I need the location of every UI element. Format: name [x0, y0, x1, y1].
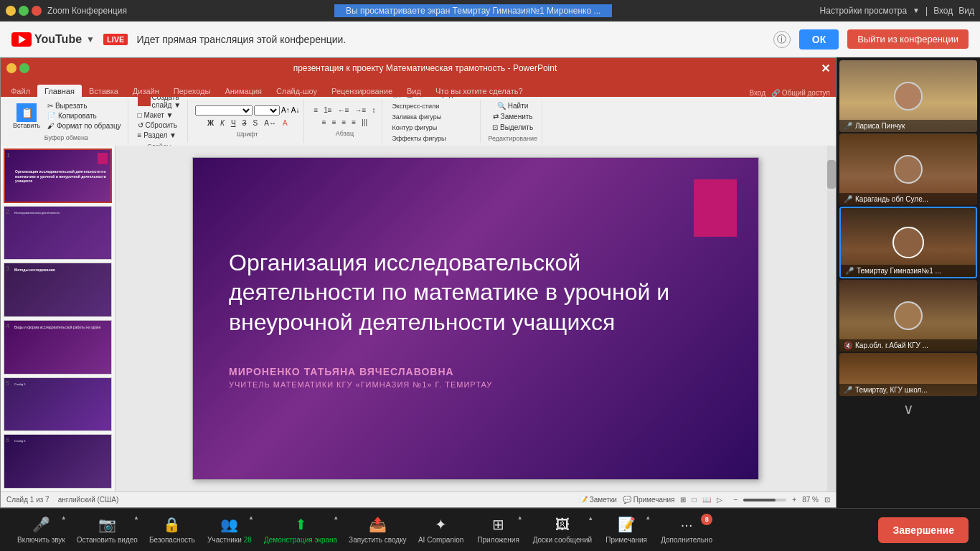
end-meeting-btn[interactable]: Завершение — [878, 517, 969, 543]
ppt-close-btn[interactable]: ✕ — [821, 62, 830, 75]
slide-thumb-1[interactable]: 1 Организация исследовательской деятельн… — [4, 149, 112, 203]
video-chevron[interactable]: ▲ — [133, 514, 139, 521]
participant-card-3[interactable]: 🎤 Темиртау Гимназия№1 ... — [839, 207, 977, 278]
font-family-select[interactable] — [195, 105, 253, 116]
numbering-btn[interactable]: 1≡ — [321, 105, 334, 115]
apps-btn[interactable]: ▲ ⊞ Приложения — [470, 512, 527, 548]
convert-smartart-btn[interactable]: ⟳ — [417, 97, 427, 100]
main-slide[interactable]: Организация исследовательской деятельнос… — [192, 157, 759, 480]
italic-btn[interactable]: К — [218, 118, 227, 128]
replace-btn[interactable]: ⇄ Заменить — [491, 112, 535, 121]
align-text-btn[interactable]: ⊞ — [405, 97, 415, 100]
text-direction-btn[interactable]: ↕A — [390, 97, 402, 100]
participant-card-1[interactable]: 🎤 Лариса Пинчук — [839, 60, 977, 132]
zoom-minus-btn[interactable]: − — [734, 496, 738, 504]
align-left-btn[interactable]: ≡ — [320, 118, 329, 127]
tab-design[interactable]: Дизайн — [126, 85, 166, 97]
ribbon-login-btn[interactable]: Вход — [749, 89, 765, 97]
view-normal-btn[interactable]: ⊞ — [680, 496, 686, 504]
zoom-slider[interactable] — [743, 499, 786, 501]
align-right-btn[interactable]: ≡ — [340, 118, 349, 127]
more-btn[interactable]: 8 ··· Дополнительно — [655, 512, 718, 548]
notes-btn[interactable]: 📝 Заметки — [579, 496, 617, 504]
shape-effects-btn[interactable]: Эффекты фигуры — [390, 134, 448, 143]
shape-outline-btn[interactable]: Контур фигуры — [390, 123, 439, 132]
font-color-btn[interactable]: A — [281, 118, 290, 128]
underline-btn[interactable]: Ч — [229, 118, 238, 128]
tab-slideshow[interactable]: Слайд-шоу — [269, 85, 324, 97]
participant-card-4[interactable]: 🔇 Кар.обл. г.Абай КГУ ... — [839, 280, 977, 352]
tab-animations[interactable]: Анимация — [217, 85, 269, 97]
view-reading-btn[interactable]: 📖 — [702, 496, 711, 504]
slideshow-btn[interactable]: ▷ — [717, 496, 722, 504]
cut-btn[interactable]: ✂ Вырезать — [45, 101, 123, 110]
slide-scrollbar[interactable] — [827, 146, 836, 491]
paste-btn[interactable]: 📋 Вставить — [9, 101, 44, 131]
audio-chevron[interactable]: ▲ — [61, 514, 67, 521]
char-spacing-btn[interactable]: A↔ — [262, 118, 278, 128]
fit-btn[interactable]: ⊡ — [824, 496, 830, 504]
smartart-btn[interactable]: ↕ — [369, 105, 377, 115]
notes-toolbar-btn[interactable]: ▲ 📝 Примечания — [598, 512, 655, 548]
slide-scrollbar-thumb[interactable] — [827, 160, 836, 189]
new-slide-btn[interactable]: Создатьслайд ▼ — [136, 97, 184, 110]
view-slide-btn[interactable]: □ — [692, 496, 696, 504]
decrease-indent-btn[interactable]: ←≡ — [336, 105, 352, 115]
quick-styles-btn[interactable]: Экспресс-стили — [390, 102, 441, 110]
minimize-btn[interactable] — [6, 6, 16, 16]
increase-indent-btn[interactable]: →≡ — [353, 105, 369, 115]
shape-fill-btn[interactable]: Заливка фигуры — [390, 113, 443, 121]
whiteboard-btn[interactable]: ▲ 🖼 Доски сообщений — [527, 512, 598, 548]
slide-thumb-6[interactable]: 6 Слайд 6 — [4, 434, 112, 489]
shadow-btn[interactable]: S — [251, 118, 260, 128]
ok-btn[interactable]: ОК — [799, 29, 839, 50]
view-settings-btn[interactable]: Настройки просмотра — [820, 6, 908, 16]
tab-file[interactable]: Файл — [4, 85, 37, 97]
login-btn[interactable]: Вход — [933, 6, 953, 16]
participants-chevron[interactable]: ▲ — [248, 514, 254, 521]
font-size-select[interactable] — [254, 105, 280, 116]
comments-btn[interactable]: 💬 Примечания — [623, 496, 675, 504]
security-btn[interactable]: 🔒 Безопасность — [143, 512, 201, 548]
zoom-plus-btn[interactable]: + — [792, 496, 796, 504]
ai-companion-btn[interactable]: ✦ AI Companion — [413, 512, 470, 548]
ppt-maximize-btn[interactable] — [19, 63, 29, 73]
arrange-btn[interactable]: Упорядочить — [429, 97, 472, 100]
section-btn[interactable]: ≡ Раздел ▼ — [136, 131, 184, 140]
slide-thumb-2[interactable]: 2 Исследовательская деятельность — [4, 206, 112, 260]
tab-search[interactable]: Что вы хотите сделать? — [428, 85, 530, 97]
apps-chevron[interactable]: ▲ — [517, 514, 523, 521]
increase-font-btn[interactable]: A↑ — [281, 106, 290, 114]
tab-review[interactable]: Рецензирование — [324, 85, 400, 97]
slide-thumb-3[interactable]: 3 Методы исследования — [4, 263, 112, 317]
exit-conference-btn[interactable]: Выйти из конференции — [847, 29, 969, 49]
record-btn[interactable]: 📤 Запустить сводку — [343, 512, 413, 548]
strikethrough-btn[interactable]: З — [240, 118, 249, 128]
select-btn[interactable]: ⊡ Выделить — [490, 123, 535, 132]
scroll-down-btn[interactable]: ∨ — [839, 397, 977, 420]
info-btn[interactable]: ⓘ — [773, 31, 791, 48]
whiteboard-chevron[interactable]: ▲ — [588, 515, 593, 522]
youtube-chevron[interactable]: ▼ — [86, 34, 95, 44]
ppt-minimize-btn[interactable] — [6, 63, 17, 73]
tab-insert[interactable]: Вставка — [82, 85, 126, 97]
ribbon-share-btn[interactable]: 🔗 Общий доступ — [771, 89, 830, 97]
maximize-btn[interactable] — [19, 6, 29, 16]
columns-btn[interactable]: ||| — [359, 118, 369, 127]
tab-view[interactable]: Вид — [400, 85, 428, 97]
slide-thumb-4[interactable]: 4 Виды и форма исследовательской работы … — [4, 320, 112, 375]
format-paint-btn[interactable]: 🖌 Формат по образцу — [45, 121, 123, 131]
align-center-btn[interactable]: ≡ — [330, 118, 339, 127]
audio-btn[interactable]: ▲ 🎤 Включить звук — [11, 512, 71, 548]
notes-chevron[interactable]: ▲ — [645, 514, 651, 521]
share-screen-btn[interactable]: ▲ ⬆ Демонстрация экрана — [258, 512, 343, 548]
close-btn[interactable] — [32, 6, 42, 16]
slide-thumb-5[interactable]: 5 Слайд 5 — [4, 377, 112, 432]
justify-btn[interactable]: ≡ — [349, 118, 358, 127]
tab-home[interactable]: Главная — [37, 85, 82, 97]
decrease-font-btn[interactable]: A↓ — [291, 106, 300, 114]
view-btn[interactable]: Вид — [958, 6, 974, 16]
bullets-btn[interactable]: ≡ — [311, 105, 320, 115]
layout-btn[interactable]: □ Макет ▼ — [136, 110, 184, 120]
bold-btn[interactable]: Ж — [205, 118, 216, 128]
